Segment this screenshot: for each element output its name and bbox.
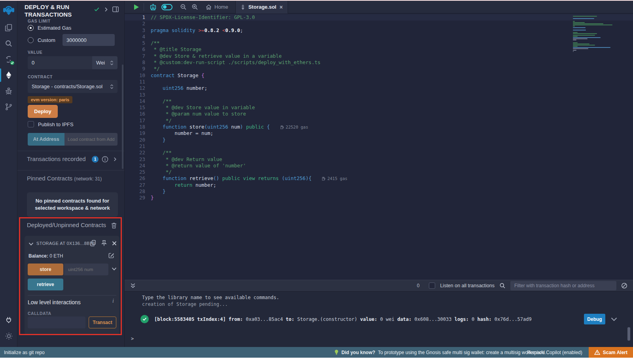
custom-gas-radio-row[interactable]: Custom: [28, 37, 55, 43]
terminal-prompt[interactable]: >: [131, 336, 134, 341]
listen-all-checkbox[interactable]: [429, 282, 435, 289]
panel-check-icon[interactable]: [94, 6, 100, 12]
terminal-search-icon[interactable]: [499, 282, 506, 289]
transactions-info-icon[interactable]: [102, 156, 108, 163]
calldata-input[interactable]: [28, 317, 85, 328]
scam-alert-button[interactable]: Scam Alert: [589, 347, 633, 358]
expand-transaction-chevron-icon[interactable]: [611, 317, 617, 321]
zoom-out-icon[interactable]: [180, 3, 187, 11]
code-line-19[interactable]: 19 number = num;: [125, 130, 633, 136]
code-line-9[interactable]: 9 */: [125, 66, 633, 72]
code-line-12[interactable]: 12 uint256 number;: [125, 85, 633, 91]
collapse-terminal-icon[interactable]: [130, 283, 136, 289]
edit-balance-icon[interactable]: [108, 252, 114, 258]
code-line-29[interactable]: 29}: [125, 195, 633, 201]
line-number: 7: [125, 53, 151, 59]
sidebar-item-search[interactable]: [0, 36, 17, 51]
clear-deployed-trash-icon[interactable]: [111, 222, 117, 229]
clear-console-ban-icon[interactable]: [621, 282, 627, 289]
sidebar-item-deploy-run[interactable]: [0, 67, 17, 83]
transaction-filter-input[interactable]: [510, 281, 616, 290]
close-tab-icon[interactable]: ×: [279, 4, 282, 10]
pin-panel-icon[interactable]: [112, 6, 119, 12]
custom-gas-input[interactable]: [63, 34, 115, 46]
panel-chevron-right-icon[interactable]: [104, 7, 108, 12]
contract-select[interactable]: Storage - contracts/Storage.sol: [28, 80, 118, 93]
contract-expand-chevron-icon[interactable]: [28, 242, 34, 246]
gas-estimate-badge: 2415 gas: [322, 175, 347, 182]
code-line-6[interactable]: 6 * @title Storage: [125, 46, 633, 53]
code-line-16[interactable]: 16 * @param num value to store: [125, 111, 633, 117]
remix-logo[interactable]: [0, 1, 17, 20]
code-line-23[interactable]: 23 * @dev Return value: [125, 156, 633, 163]
at-address-input[interactable]: [64, 133, 118, 146]
sidebar-item-settings[interactable]: [0, 328, 17, 344]
sidebar-item-git[interactable]: [0, 99, 17, 115]
code-line-22[interactable]: 22 /**: [125, 150, 633, 156]
code-line-27[interactable]: 27 return number;: [125, 182, 633, 188]
side-panel-scrollbar[interactable]: [122, 64, 123, 169]
store-function-button[interactable]: store: [28, 264, 63, 275]
store-expand-chevron-icon[interactable]: [112, 267, 117, 271]
at-address-button[interactable]: At Address: [28, 133, 64, 146]
copy-address-icon[interactable]: [90, 240, 96, 246]
transaction-success-icon: [140, 315, 149, 323]
code-line-17[interactable]: 17 */: [125, 118, 633, 124]
ai-assistant-robot-icon[interactable]: [149, 3, 157, 11]
sidebar-item-solidity-compiler[interactable]: [0, 51, 17, 67]
code-line-20[interactable]: 20 }: [125, 137, 633, 143]
code-line-26[interactable]: 26 function retrieve() public view retur…: [125, 175, 633, 182]
code-line-1[interactable]: 1// SPDX-License-Identifier: GPL-3.0: [125, 14, 633, 21]
run-script-play-icon[interactable]: [134, 4, 139, 10]
contract-instance-label[interactable]: STORAGE AT 0X136...8B78: [36, 241, 95, 246]
sidebar-item-plugin-manager[interactable]: [0, 312, 17, 328]
estimated-gas-radio-row[interactable]: Estimated Gas: [28, 25, 71, 31]
code-editor[interactable]: 1// SPDX-License-Identifier: GPL-3.023pr…: [125, 13, 633, 280]
store-argument-input[interactable]: [64, 264, 108, 275]
code-line-15[interactable]: 15 * @dev Store value in variable: [125, 104, 633, 111]
code-line-10[interactable]: 10contract Storage {: [125, 72, 633, 79]
zoom-in-icon[interactable]: [191, 3, 199, 11]
tab-storage-sol[interactable]: Storage.sol ×: [235, 1, 288, 13]
transaction-log-row[interactable]: [block:5583405 txIndex:4] from: 0xa03...…: [140, 314, 617, 324]
code-line-14[interactable]: 14 /**: [125, 98, 633, 104]
pin-contract-icon[interactable]: [101, 240, 107, 246]
code-line-13[interactable]: 13: [125, 92, 633, 98]
code-line-4[interactable]: 4: [125, 34, 633, 40]
value-input[interactable]: [28, 56, 92, 69]
deploy-button[interactable]: Deploy: [28, 105, 58, 118]
sidebar-item-file-explorer[interactable]: [0, 20, 17, 36]
estimated-gas-radio[interactable]: [28, 25, 34, 31]
retrieve-function-button[interactable]: retrieve: [28, 279, 63, 290]
value-unit-select[interactable]: Wei: [92, 56, 118, 69]
line-number: 26: [125, 175, 151, 182]
code-line-11[interactable]: 11: [125, 79, 633, 85]
code-line-25[interactable]: 25 */: [125, 169, 633, 175]
code-line-3[interactable]: 3pragma solidity >=0.8.2 <0.9.0;: [125, 27, 633, 34]
tab-home[interactable]: Home: [206, 4, 228, 10]
line-number: 14: [125, 98, 151, 104]
code-line-7[interactable]: 7 * @dev Store & retrieve value in a var…: [125, 53, 633, 59]
terminal-output[interactable]: Type the library name to see available c…: [125, 292, 633, 347]
low-level-info-icon[interactable]: i: [112, 298, 114, 304]
remove-contract-icon[interactable]: [112, 241, 117, 246]
copilot-toggle[interactable]: [161, 4, 172, 10]
code-line-21[interactable]: 21: [125, 143, 633, 150]
editor-minimap[interactable]: [573, 16, 616, 52]
sidebar-item-debugger[interactable]: [0, 83, 17, 99]
publish-ipfs-checkbox[interactable]: [28, 121, 34, 127]
code-line-5[interactable]: 5/**: [125, 40, 633, 46]
git-init-status[interactable]: Initialize as git repo: [4, 350, 45, 355]
code-line-18[interactable]: 18 function store(uint256 num) public {2…: [125, 124, 633, 130]
code-line-2[interactable]: 2: [125, 21, 633, 27]
code-line-8[interactable]: 8 * @custom:dev-run-script ./scripts/dep…: [125, 59, 633, 66]
code-line-24[interactable]: 24 * @return value of 'number': [125, 163, 633, 169]
debug-button[interactable]: Debug: [584, 314, 605, 324]
custom-gas-radio[interactable]: [28, 37, 34, 43]
terminal-scrollbar[interactable]: [627, 327, 630, 341]
transactions-chevron-right-icon[interactable]: [113, 157, 117, 161]
scam-alert-label: Scam Alert: [603, 350, 627, 355]
code-line-28[interactable]: 28 }: [125, 188, 633, 195]
transactions-recorded-label: Transactions recorded: [27, 155, 86, 162]
transact-button[interactable]: Transact: [89, 317, 116, 328]
